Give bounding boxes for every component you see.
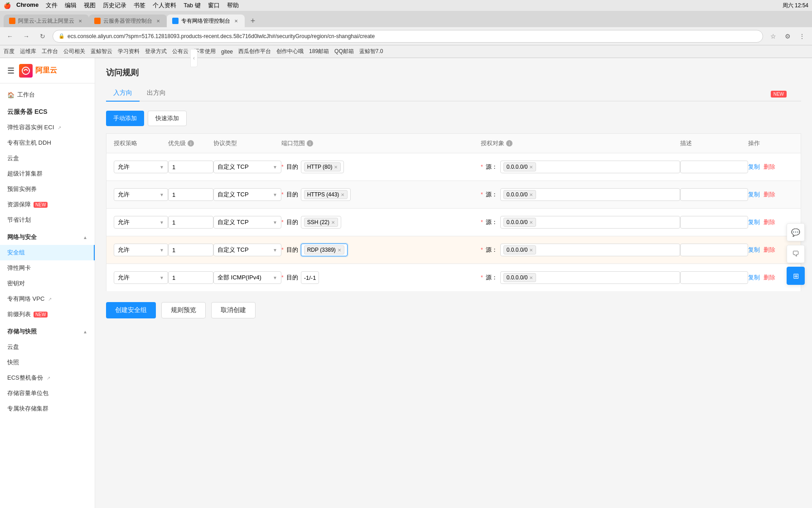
strategy-dropdown-2[interactable]: 允许 ▼ (114, 188, 168, 201)
tab-outbound[interactable]: 出方向 (140, 85, 173, 102)
priority-input-5[interactable]: 1 (168, 271, 213, 284)
source-close-3[interactable]: ✕ (529, 220, 533, 225)
more-button[interactable]: ⋮ (796, 30, 808, 43)
source-close-5[interactable]: ✕ (529, 275, 533, 280)
protocol-dropdown-4[interactable]: 自定义 TCP ▼ (213, 244, 281, 256)
sidebar-item-resource[interactable]: 资源保障 NEW (0, 197, 95, 212)
storage-section-header[interactable]: 存储与快照 ▲ (0, 322, 95, 339)
copy-link-3[interactable]: 复制 (748, 218, 760, 226)
sidebar-item-saving[interactable]: 节省计划 (0, 212, 95, 228)
bookmark-public[interactable]: 公有云 (172, 48, 188, 55)
source-close-1[interactable]: ✕ (529, 165, 533, 170)
port-area-4[interactable]: RDP (3389) ✕ (301, 244, 348, 256)
description-input-3[interactable] (680, 216, 748, 229)
bookmark-company[interactable]: 公司相关 (63, 48, 85, 55)
history-menu[interactable]: 历史记录 (103, 1, 126, 10)
chrome-menu[interactable]: Chrome (16, 1, 39, 10)
sidebar-item-storage-cap[interactable]: 存储容量单位包 (0, 386, 95, 401)
port-tag-close-rdp[interactable]: ✕ (338, 248, 341, 253)
port-tag-close-https[interactable]: ✕ (341, 192, 344, 197)
strategy-dropdown-5[interactable]: 允许 ▼ (114, 271, 168, 284)
float-layout-button[interactable]: ⊞ (787, 267, 805, 285)
sidebar-item-reserve[interactable]: 预留实例券 (0, 181, 95, 197)
source-close-2[interactable]: ✕ (529, 192, 533, 197)
rule-preview-button[interactable]: 规则预览 (161, 302, 206, 318)
priority-input-1[interactable]: 1 (168, 161, 213, 173)
description-input-1[interactable] (680, 161, 748, 173)
strategy-dropdown-4[interactable]: 允许 ▼ (114, 244, 168, 256)
bookmark-login[interactable]: 登录方式 (145, 48, 167, 55)
protocol-dropdown-2[interactable]: 自定义 TCP ▼ (213, 188, 281, 201)
sidebar-item-prefix[interactable]: 前缀列表 NEW (0, 307, 95, 322)
file-menu[interactable]: 文件 (46, 1, 58, 10)
sidebar-item-supercompute[interactable]: 超级计算集群 (0, 166, 95, 181)
sidebar-item-ddh[interactable]: 专有宿主机 DDH (0, 135, 95, 151)
priority-input-2[interactable]: 1 (168, 188, 213, 201)
view-menu[interactable]: 视图 (84, 1, 96, 10)
copy-link-4[interactable]: 复制 (748, 246, 760, 254)
strategy-dropdown-3[interactable]: 允许 ▼ (114, 216, 168, 229)
bookmark-lanjing70[interactable]: 蓝鲸智7.0 (359, 48, 383, 55)
sidebar-item-eni[interactable]: 弹性网卡 (0, 260, 95, 276)
sidebar-collapse-button[interactable]: ‹ (190, 49, 198, 67)
strategy-dropdown-1[interactable]: 允许 ▼ (114, 161, 168, 173)
delete-link-4[interactable]: 删除 (764, 246, 775, 254)
protocol-dropdown-3[interactable]: 自定义 TCP ▼ (213, 216, 281, 229)
profile-menu[interactable]: 个人资料 (153, 1, 176, 10)
bookmark-xigua[interactable]: 西瓜创作平台 (238, 48, 271, 55)
tab-close-3[interactable]: ✕ (233, 18, 239, 24)
bookmark-qqmail[interactable]: QQ邮箱 (334, 48, 354, 55)
tab-vpc[interactable]: 专有网络管理控制台 ✕ (167, 15, 245, 27)
bookmark-star-button[interactable]: ☆ (767, 30, 779, 43)
bookmark-yunwei[interactable]: 运维库 (20, 48, 36, 55)
new-tab-button[interactable]: + (246, 15, 259, 27)
tab-ecs[interactable]: 云服务器管理控制台 ✕ (89, 15, 167, 27)
copy-link-1[interactable]: 复制 (748, 163, 760, 171)
priority-input-3[interactable]: 1 (168, 216, 213, 229)
bookmark-gitee[interactable]: gitee (221, 49, 233, 55)
manual-add-button[interactable]: 手动添加 (106, 111, 144, 126)
edit-menu[interactable]: 编辑 (65, 1, 77, 10)
bookmark-study[interactable]: 学习资料 (118, 48, 140, 55)
source-area-1[interactable]: 0.0.0.0/0 ✕ (500, 161, 680, 173)
help-menu[interactable]: 帮助 (227, 1, 239, 10)
source-area-4[interactable]: 0.0.0.0/0 ✕ (500, 244, 680, 256)
sidebar-item-vpc[interactable]: 专有网络 VPC ↗ (0, 291, 95, 307)
network-section-header[interactable]: 网络与安全 ▲ (0, 228, 95, 245)
float-feedback-button[interactable]: 💬 (787, 223, 805, 241)
protocol-dropdown-5[interactable]: 全部 ICMP(IPv4) ▼ (213, 271, 281, 284)
port-area-2[interactable]: HTTPS (443) ✕ (301, 188, 351, 201)
apple-icon[interactable]: 🍎 (4, 2, 11, 9)
quick-add-button[interactable]: 快速添加 (148, 111, 187, 126)
bookmarks-menu[interactable]: 书签 (134, 1, 145, 10)
cancel-create-button[interactable]: 取消创建 (211, 302, 256, 318)
forward-button[interactable]: → (20, 30, 33, 43)
description-input-5[interactable] (680, 271, 748, 284)
port-tag-close-ssh[interactable]: ✕ (331, 220, 335, 225)
reload-button[interactable]: ↻ (36, 30, 49, 43)
port-area-3[interactable]: SSH (22) ✕ (301, 216, 341, 229)
priority-input-4[interactable]: 1 (168, 244, 213, 256)
tab-inbound[interactable]: 入方向 (106, 85, 140, 102)
source-area-2[interactable]: 0.0.0.0/0 ✕ (500, 188, 680, 201)
float-chat-button[interactable]: 🗨 (787, 245, 805, 263)
extension-button[interactable]: ⚙ (781, 30, 794, 43)
bookmark-gongzuotai[interactable]: 工作台 (42, 48, 58, 55)
source-area-5[interactable]: 0.0.0.0/0 ✕ (500, 271, 680, 284)
delete-link-3[interactable]: 删除 (764, 218, 775, 226)
description-input-2[interactable] (680, 188, 748, 201)
copy-link-5[interactable]: 复制 (748, 274, 760, 282)
source-close-4[interactable]: ✕ (529, 248, 533, 253)
bookmark-189mail[interactable]: 189邮箱 (309, 48, 329, 55)
port-area-5[interactable]: -1/-1 (301, 271, 319, 284)
copy-link-2[interactable]: 复制 (748, 190, 760, 199)
tab-menu[interactable]: Tab 键 (184, 1, 201, 10)
workbench-nav[interactable]: 🏠 工作台 (0, 87, 95, 103)
delete-link-5[interactable]: 删除 (764, 274, 775, 282)
port-tag-close-http[interactable]: ✕ (334, 165, 338, 170)
sidebar-item-snapshot[interactable]: 快照 (0, 355, 95, 370)
sidebar-item-keypair[interactable]: 密钥对 (0, 276, 95, 291)
tab-close-2[interactable]: ✕ (155, 18, 161, 24)
sidebar-item-security-group[interactable]: 安全组 (0, 245, 95, 260)
window-menu[interactable]: 窗口 (208, 1, 220, 10)
